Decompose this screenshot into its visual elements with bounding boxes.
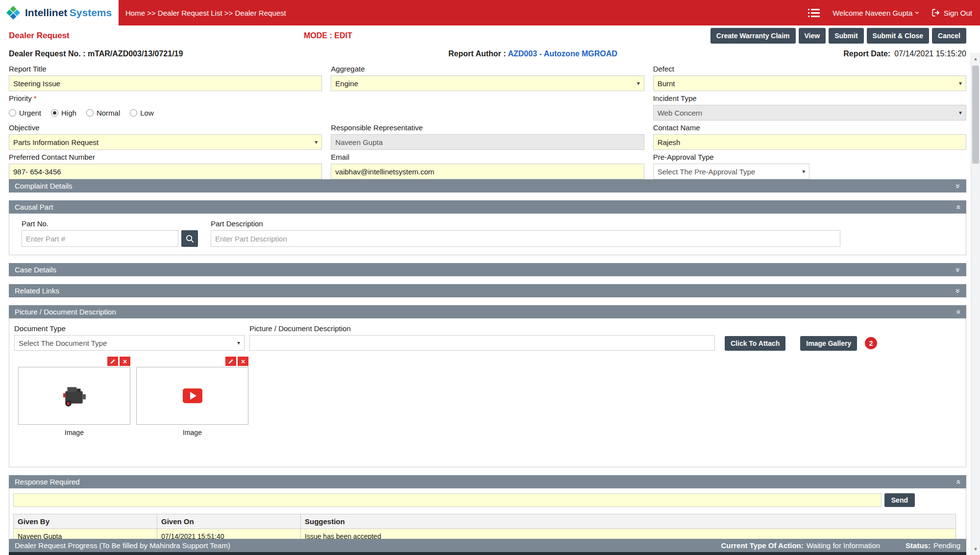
- email-field: Email: [331, 150, 644, 179]
- contact-name-label: Contact Name: [653, 123, 966, 132]
- responsible-representative-label: Responsible Representative: [331, 123, 644, 132]
- pre-approval-type-select[interactable]: Select The Pre-Approval Type ▾: [653, 164, 810, 179]
- double-chevron-down-icon: »: [955, 289, 962, 293]
- breadcrumb: Home >> Dealer Request List >> Dealer Re…: [119, 0, 286, 25]
- document-type-field: Document Type Select The Document Type ▾: [14, 321, 245, 351]
- status-label: Status:: [906, 541, 931, 550]
- image-gallery-button[interactable]: Image Gallery: [800, 336, 857, 351]
- part-no-field: Part No.: [22, 217, 198, 247]
- report-date-value: 07/14/2021 15:15:20: [894, 49, 966, 58]
- radio-icon: [51, 109, 58, 117]
- caret-down-icon: ▾: [802, 168, 805, 175]
- objective-select[interactable]: Parts Information Request ▾: [9, 134, 322, 150]
- email-input[interactable]: [331, 164, 644, 179]
- sign-out-button[interactable]: Sign Out: [931, 8, 972, 17]
- aggregate-select[interactable]: Engine ▾: [331, 75, 644, 91]
- scrollbar-thumb[interactable]: [972, 66, 979, 164]
- double-chevron-down-icon: »: [955, 184, 962, 188]
- click-to-attach-button[interactable]: Click To Attach: [725, 336, 785, 351]
- section-causal-part[interactable]: Causal Part »: [9, 200, 966, 214]
- contact-name-input[interactable]: [653, 134, 966, 150]
- caret-down-icon: ▾: [637, 80, 640, 87]
- section-case-details[interactable]: Case Details »: [9, 263, 966, 276]
- priority-field: Priority * Urgent High Normal Low: [9, 91, 322, 121]
- pre-approval-type-field: Pre-Approval Type Select The Pre-Approva…: [653, 150, 966, 179]
- sign-out-label: Sign Out: [944, 9, 972, 17]
- edit-attachment-button[interactable]: [107, 357, 118, 366]
- logout-icon: [931, 8, 940, 17]
- report-title-input[interactable]: [9, 75, 322, 91]
- priority-radio-low[interactable]: Low: [130, 109, 154, 117]
- response-input[interactable]: [13, 493, 882, 507]
- caret-down-icon: ▾: [959, 109, 962, 116]
- delete-attachment-button[interactable]: ×: [120, 357, 130, 366]
- responsible-representative-field: Responsible Representative: [331, 121, 644, 150]
- part-description-input[interactable]: [211, 230, 840, 247]
- double-chevron-up-icon: »: [955, 310, 962, 314]
- create-warranty-claim-button[interactable]: Create Warranty Claim: [710, 28, 796, 44]
- submit-button[interactable]: Submit: [829, 28, 863, 44]
- document-type-select[interactable]: Select The Document Type ▾: [14, 335, 245, 351]
- report-author-link[interactable]: AZD003 - Autozone MGROAD: [508, 49, 617, 58]
- radio-icon: [86, 109, 94, 117]
- section-complaint-details[interactable]: Complaint Details »: [9, 179, 966, 193]
- picture-description-field: Picture / Document Description: [249, 321, 715, 351]
- attachment-caption: Image: [18, 429, 130, 436]
- scroll-up-arrow[interactable]: ▲: [971, 54, 980, 64]
- submit-close-button[interactable]: Submit & Close: [867, 28, 929, 44]
- attachment-video[interactable]: [136, 367, 248, 425]
- section-related-links[interactable]: Related Links »: [9, 284, 966, 297]
- section-title: Picture / Document Description: [15, 308, 116, 316]
- section-picture-document[interactable]: Picture / Document Description »: [9, 305, 966, 318]
- part-search-button[interactable]: [181, 230, 198, 247]
- document-type-label: Document Type: [14, 324, 245, 333]
- play-icon: [183, 388, 202, 403]
- part-description-label: Part Description: [211, 219, 840, 228]
- defect-select[interactable]: Burnt ▾: [653, 75, 966, 91]
- radio-icon: [9, 109, 16, 117]
- incident-type-select[interactable]: Web Concern ▾: [653, 105, 966, 121]
- attachment-image[interactable]: [18, 367, 130, 425]
- part-no-input[interactable]: [22, 230, 178, 247]
- section-response-required[interactable]: Response Required »: [9, 475, 966, 488]
- scroll-down-arrow[interactable]: ▼: [971, 544, 980, 554]
- view-button[interactable]: View: [799, 28, 826, 44]
- app-logo[interactable]: Intellinet Systems: [0, 0, 119, 25]
- attachment-count-badge[interactable]: 2: [865, 337, 877, 349]
- menu-icon[interactable]: [808, 9, 820, 17]
- email-label: Email: [331, 153, 644, 161]
- delete-attachment-button[interactable]: ×: [238, 357, 248, 366]
- priority-radio-normal[interactable]: Normal: [86, 109, 120, 117]
- picture-description-input[interactable]: [249, 335, 715, 351]
- progress-status: Current Type Of Action: Waiting for Info…: [721, 541, 960, 550]
- current-action-value: Waiting for Information: [807, 541, 880, 550]
- section-title: Related Links: [15, 287, 59, 295]
- defect-value: Burnt: [658, 79, 675, 88]
- cancel-button[interactable]: Cancel: [932, 28, 966, 44]
- dealer-request-number: Dealer Request No. : mTAR/AZD003/13/0721…: [9, 49, 183, 58]
- send-button[interactable]: Send: [884, 493, 915, 507]
- pencil-icon: [110, 359, 116, 364]
- priority-radio-high[interactable]: High: [51, 109, 76, 117]
- bottom-divider: [9, 552, 966, 555]
- section-title: Complaint Details: [15, 182, 73, 190]
- dealer-request-form: Report Title Aggregate Engine ▾ Defect B…: [0, 62, 980, 179]
- preferred-contact-number-field: Preferred Contact Number: [9, 150, 322, 179]
- welcome-text: Welcome Naveen Gupta: [833, 9, 912, 17]
- edit-attachment-button[interactable]: [225, 357, 236, 366]
- part-description-field: Part Description: [211, 217, 840, 247]
- report-date: Report Date:07/14/2021 15:15:20: [843, 49, 966, 58]
- caret-down-icon: ▾: [959, 80, 962, 87]
- status-value: Pending: [933, 541, 960, 550]
- user-menu[interactable]: Welcome Naveen Gupta ›: [833, 9, 918, 17]
- mode-label: MODE : EDIT: [304, 31, 352, 40]
- priority-radio-urgent[interactable]: Urgent: [9, 109, 41, 117]
- responsible-representative-input[interactable]: [331, 134, 644, 150]
- scrollbar[interactable]: ▲ ▼: [971, 53, 980, 555]
- preferred-contact-number-input[interactable]: [9, 164, 322, 179]
- section-dealer-request-progress[interactable]: Dealer Request Progress (To Be filled by…: [9, 539, 966, 552]
- dealer-request-page: Intellinet Systems Home >> Dealer Reques…: [0, 0, 980, 555]
- section-title: Causal Part: [15, 203, 53, 211]
- caret-down-icon: ▾: [315, 139, 318, 145]
- contact-name-field: Contact Name: [653, 121, 966, 150]
